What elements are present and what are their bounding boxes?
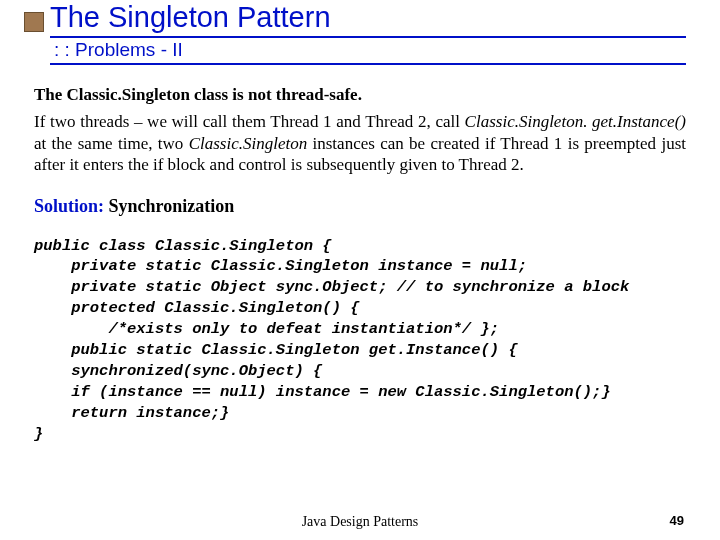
para-main: If two threads – we will call them Threa… bbox=[34, 111, 686, 175]
para-lead-text: The Classic.Singleton class is not threa… bbox=[34, 85, 362, 104]
page-number: 49 bbox=[670, 513, 684, 528]
para-text-a: If two threads – we will call them Threa… bbox=[34, 112, 465, 131]
para-text-b: at the same time, two bbox=[34, 134, 189, 153]
code-block: public class Classic.Singleton { private… bbox=[34, 236, 686, 445]
slide-subtitle: : : Problems - II bbox=[54, 39, 183, 60]
solution-heading: Solution: Synchronization bbox=[34, 195, 686, 218]
para-code-2: Classic.Singleton bbox=[189, 134, 308, 153]
para-lead: The Classic.Singleton class is not threa… bbox=[34, 84, 686, 105]
solution-label: Solution: bbox=[34, 196, 104, 216]
accent-square-icon bbox=[24, 12, 44, 32]
footer-text: Java Design Patterns bbox=[0, 514, 720, 530]
slide-body: The Classic.Singleton class is not threa… bbox=[34, 84, 686, 445]
slide: The Singleton Pattern : : Problems - II … bbox=[0, 0, 720, 540]
para-code-1: Classic.Singleton. get.Instance() bbox=[465, 112, 686, 131]
subtitle-bar: : : Problems - II bbox=[50, 36, 686, 65]
solution-value: Synchronization bbox=[104, 196, 234, 216]
slide-title: The Singleton Pattern bbox=[50, 1, 331, 34]
